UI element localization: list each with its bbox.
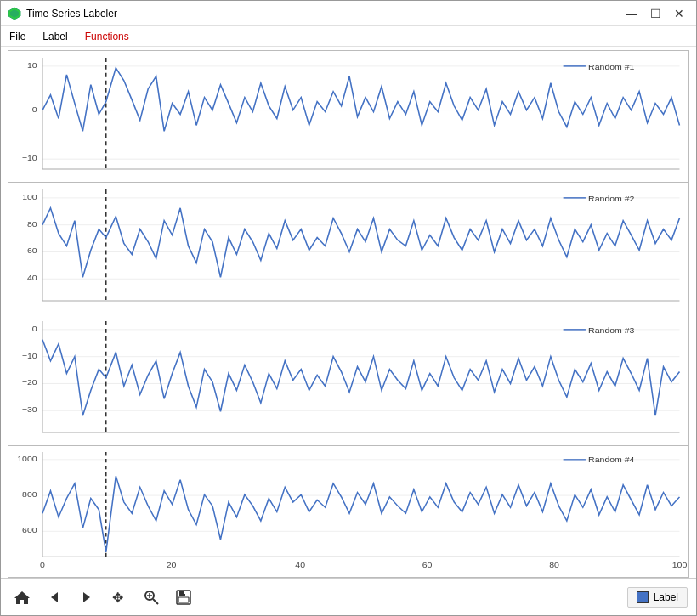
home-button[interactable] (9, 585, 35, 610)
forward-button[interactable] (74, 585, 99, 610)
svg-text:60: 60 (27, 246, 37, 256)
title-bar: Time Series Labeler — ☐ ✕ (1, 1, 696, 26)
save-icon (175, 589, 192, 606)
svg-rect-66 (178, 597, 189, 602)
svg-text:600: 600 (22, 526, 37, 534)
svg-text:−10: −10 (22, 351, 37, 360)
svg-text:0: 0 (32, 324, 37, 333)
svg-text:0: 0 (32, 105, 37, 114)
chart-svg-4: 1000 800 600 0 20 40 60 80 100 Random #4 (8, 446, 688, 577)
menu-functions[interactable]: Functions (80, 29, 134, 44)
close-button[interactable]: ✕ (669, 5, 689, 22)
svg-text:Random #4: Random #4 (588, 455, 635, 464)
svg-text:40: 40 (295, 560, 305, 568)
save-button[interactable] (171, 585, 196, 610)
svg-text:−30: −30 (22, 405, 37, 415)
back-button[interactable] (42, 585, 67, 610)
menu-file[interactable]: File (4, 29, 31, 44)
label-color-indicator (637, 591, 649, 603)
svg-text:40: 40 (27, 274, 37, 283)
menu-bar: File Label Functions (1, 26, 696, 47)
pan-icon: ✥ (110, 589, 128, 606)
svg-text:80: 80 (549, 560, 559, 568)
chart-panel-1[interactable]: 10 0 −10 Random #1 (8, 50, 689, 183)
svg-text:−20: −20 (22, 378, 37, 387)
title-bar-left: Time Series Labeler (8, 7, 117, 20)
window-title: Time Series Labeler (26, 8, 117, 20)
back-icon (46, 589, 63, 606)
chart-svg-2: 100 80 60 40 Random #2 (8, 183, 688, 314)
chart-panel-2[interactable]: 100 80 60 40 Random #2 (8, 183, 689, 314)
app-icon (8, 7, 21, 20)
svg-text:80: 80 (27, 219, 37, 229)
minimize-button[interactable]: — (621, 5, 642, 22)
svg-line-61 (153, 599, 158, 604)
main-window: Time Series Labeler — ☐ ✕ File Label Fun… (0, 0, 697, 616)
svg-marker-58 (83, 592, 90, 602)
svg-text:10: 10 (27, 60, 37, 70)
svg-text:100: 100 (22, 192, 37, 201)
svg-rect-65 (179, 591, 185, 596)
tool-buttons: ✥ (9, 585, 196, 610)
svg-text:Random #3: Random #3 (588, 325, 635, 335)
svg-text:✥: ✥ (112, 591, 123, 605)
chart-svg-3: 0 −10 −20 −30 Random #3 (8, 314, 688, 445)
label-button[interactable]: Label (627, 587, 688, 608)
svg-text:800: 800 (22, 490, 37, 499)
svg-rect-67 (184, 591, 186, 594)
title-bar-controls: — ☐ ✕ (621, 5, 689, 22)
svg-text:20: 20 (167, 560, 177, 568)
charts-container: 10 0 −10 Random #1 10 (1, 47, 696, 578)
bottom-toolbar: ✥ Label (1, 578, 696, 615)
svg-text:60: 60 (422, 560, 433, 568)
pan-button[interactable]: ✥ (106, 585, 132, 610)
svg-marker-56 (14, 591, 30, 604)
chart-panel-4[interactable]: 1000 800 600 0 20 40 60 80 100 Random #4 (8, 446, 689, 578)
menu-label[interactable]: Label (37, 29, 72, 44)
forward-icon (78, 589, 95, 606)
svg-text:0: 0 (40, 560, 46, 568)
zoom-button[interactable] (139, 585, 164, 610)
svg-text:Random #2: Random #2 (588, 194, 635, 203)
svg-text:−10: −10 (22, 153, 37, 162)
label-button-text: Label (654, 591, 678, 603)
maximize-button[interactable]: ☐ (645, 5, 666, 22)
chart-panel-3[interactable]: 0 −10 −20 −30 Random #3 (8, 314, 689, 446)
chart-svg-1: 10 0 −10 Random #1 (8, 51, 688, 182)
svg-text:1000: 1000 (17, 454, 37, 462)
svg-text:100: 100 (672, 560, 688, 568)
home-icon (14, 589, 31, 606)
svg-marker-57 (51, 592, 58, 602)
zoom-icon (143, 589, 160, 606)
svg-text:Random #1: Random #1 (588, 62, 635, 71)
